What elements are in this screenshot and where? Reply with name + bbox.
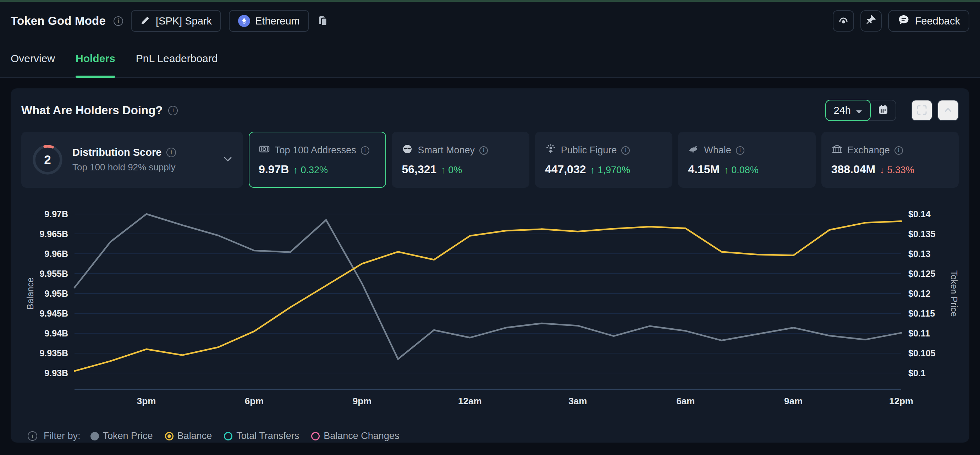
right-axis-tick: $0.12 (908, 288, 931, 299)
left-axis-tick: 9.93B (45, 368, 68, 378)
pencil-icon (140, 14, 151, 28)
stat-change: 1,970% (598, 165, 630, 175)
balance-swatch-icon (165, 432, 173, 441)
info-icon[interactable] (166, 148, 176, 157)
distribution-score-card[interactable]: 2 Distribution Score Top 100 hold 92% su… (21, 132, 243, 188)
right-axis-title: Token Price (949, 270, 959, 317)
right-axis-tick: $0.14 (908, 209, 931, 219)
exchange-card[interactable]: Exchange 388.04M ↓ 5.33% (821, 132, 959, 188)
tab-pnl-leaderboard[interactable]: PnL Leaderboard (136, 40, 218, 77)
panel-controls: 24h (825, 100, 959, 121)
smart-money-icon (402, 143, 413, 157)
stat-value: 56,321 (402, 163, 436, 176)
stat-value: 4.15M (688, 163, 719, 176)
legend-item-total-transfers[interactable]: Total Transfers (224, 431, 299, 442)
top-100-addresses-card[interactable]: Top 100 Addresses 9.97B ↑ 0.32% (249, 132, 386, 188)
legend-prefix: Filter by: (44, 431, 81, 442)
stat-value: 447,032 (545, 163, 586, 176)
info-icon[interactable] (479, 146, 488, 155)
info-icon[interactable] (28, 431, 37, 441)
legend-item-balance-changes[interactable]: Balance Changes (311, 431, 399, 442)
balance-changes-swatch-icon (311, 432, 320, 441)
fullscreen-icon (916, 104, 928, 117)
holders-panel: What Are Holders Doing? 24h (11, 88, 969, 442)
chevron-down-icon[interactable] (223, 154, 233, 165)
ethereum-icon (238, 15, 250, 27)
watch-mode-button[interactable] (833, 10, 854, 32)
tabbar: Overview Holders PnL Leaderboard (0, 40, 980, 78)
stat-change: 0.08% (731, 165, 759, 175)
calendar-button[interactable] (871, 100, 896, 120)
stat-value: 9.97B (259, 163, 289, 176)
public-figure-card[interactable]: Public Figure 447,032 ↑ 1,970% (535, 132, 672, 188)
chat-icon (897, 13, 910, 29)
info-icon[interactable] (621, 146, 630, 155)
tab-overview[interactable]: Overview (11, 40, 55, 77)
left-axis-tick: 9.935B (40, 348, 68, 358)
right-axis-tick: $0.135 (908, 229, 935, 239)
legend-item-token-price[interactable]: Token Price (91, 431, 153, 442)
header: Token God Mode [SPK] Spark Ethereum (0, 2, 980, 40)
left-axis-title: Balance (25, 278, 35, 310)
up-arrow-icon: ↑ (590, 165, 595, 175)
token-price-line (75, 214, 901, 359)
whale-card[interactable]: Whale 4.15M ↑ 0.08% (678, 132, 815, 188)
banknote-icon (259, 143, 270, 157)
down-arrow-icon: ↓ (880, 165, 885, 175)
right-axis-tick: $0.105 (908, 348, 935, 358)
whale-icon (688, 143, 699, 157)
left-axis-tick: 9.945B (40, 309, 68, 318)
right-axis-tick: $0.125 (908, 269, 935, 278)
info-icon[interactable] (168, 106, 178, 115)
up-arrow-icon: ↑ (441, 165, 445, 175)
timeframe-dropdown[interactable]: 24h (825, 100, 871, 121)
stat-label: Public Figure (561, 145, 617, 156)
total-transfers-swatch-icon (224, 432, 232, 441)
eye-icon (837, 14, 850, 28)
token-price-swatch-icon (91, 432, 99, 441)
stat-label: Top 100 Addresses (275, 145, 356, 156)
holders-chart[interactable]: 9.97B$0.149.965B$0.1359.96B$0.139.955B$0… (21, 193, 959, 421)
x-axis-tick: 12pm (889, 396, 913, 406)
panel-title: What Are Holders Doing? (21, 103, 162, 117)
token-button-label: [SPK] Spark (156, 15, 212, 27)
stat-label: Whale (704, 145, 731, 156)
feedback-button[interactable]: Feedback (888, 10, 969, 32)
left-axis-tick: 9.94B (45, 328, 68, 338)
x-axis-tick: 6pm (245, 396, 264, 406)
chain-select-button[interactable]: Ethereum (229, 10, 309, 32)
balance-line (75, 221, 901, 371)
header-actions: Feedback (833, 10, 969, 32)
calendar-icon (877, 104, 889, 117)
chart-legend: Filter by: Token Price Balance Total Tra… (21, 431, 959, 442)
chevron-up-icon (943, 105, 953, 116)
info-icon[interactable] (361, 146, 369, 155)
x-axis-tick: 9am (784, 396, 803, 406)
x-axis-tick: 3pm (137, 396, 156, 406)
up-arrow-icon: ↑ (293, 165, 298, 175)
legend-item-balance[interactable]: Balance (165, 431, 212, 442)
token-select-button[interactable]: [SPK] Spark (131, 10, 221, 32)
info-icon[interactable] (736, 146, 745, 155)
chart-canvas[interactable]: 9.97B$0.149.965B$0.1359.96B$0.139.955B$0… (21, 193, 959, 420)
page-title: Token God Mode (11, 14, 106, 28)
distribution-score-label: Distribution Score (72, 146, 161, 158)
collapse-button[interactable] (937, 100, 959, 121)
smart-money-card[interactable]: Smart Money 56,321 ↑ 0% (392, 132, 529, 188)
info-icon[interactable] (894, 146, 903, 155)
stat-label: Exchange (847, 145, 890, 156)
info-icon[interactable] (113, 16, 123, 26)
pin-button[interactable] (861, 10, 882, 32)
stat-label: Smart Money (418, 145, 475, 156)
distribution-score-gauge: 2 (31, 143, 64, 176)
fullscreen-button[interactable] (911, 100, 932, 121)
timeframe-value: 24h (834, 105, 851, 116)
tab-holders[interactable]: Holders (76, 40, 115, 77)
distribution-score-value: 2 (44, 153, 51, 167)
timeframe-group: 24h (825, 100, 896, 121)
copy-icon[interactable] (317, 15, 329, 27)
up-arrow-icon: ↑ (724, 165, 729, 175)
x-axis-tick: 12am (458, 396, 482, 406)
x-axis-tick: 9pm (353, 396, 371, 406)
left-axis-tick: 9.97B (45, 209, 68, 219)
